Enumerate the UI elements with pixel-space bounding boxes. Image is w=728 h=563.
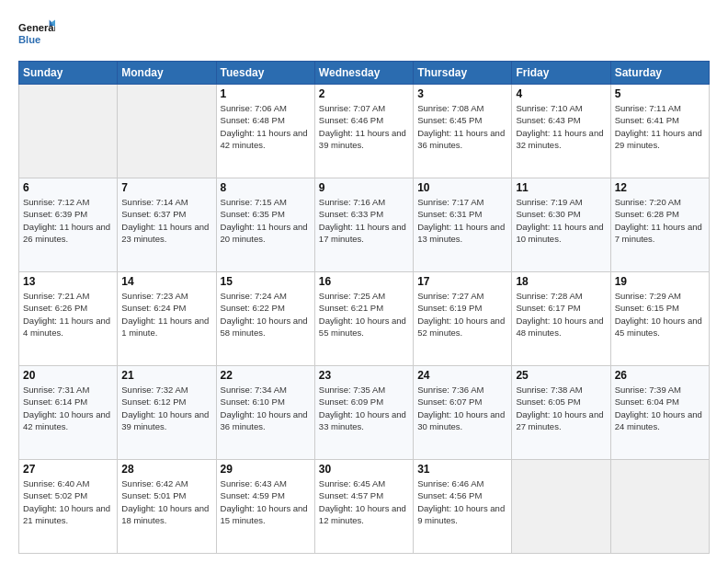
- day-info: Sunrise: 7:25 AM Sunset: 6:21 PM Dayligh…: [319, 290, 409, 339]
- calendar-cell: 23Sunrise: 7:35 AM Sunset: 6:09 PM Dayli…: [314, 366, 413, 460]
- calendar-cell: 18Sunrise: 7:28 AM Sunset: 6:17 PM Dayli…: [512, 272, 610, 366]
- day-info: Sunrise: 7:16 AM Sunset: 6:33 PM Dayligh…: [319, 196, 409, 245]
- calendar-cell: 11Sunrise: 7:19 AM Sunset: 6:30 PM Dayli…: [512, 178, 610, 272]
- day-number: 18: [516, 275, 606, 288]
- day-info: Sunrise: 7:21 AM Sunset: 6:26 PM Dayligh…: [23, 290, 113, 339]
- logo-svg: GeneralBlue: [18, 15, 55, 52]
- day-number: 17: [417, 275, 507, 288]
- calendar-week-row: 20Sunrise: 7:31 AM Sunset: 6:14 PM Dayli…: [19, 366, 710, 460]
- day-number: 10: [417, 181, 507, 194]
- day-number: 23: [319, 369, 409, 382]
- calendar-header-tuesday: Tuesday: [216, 62, 314, 85]
- day-info: Sunrise: 7:29 AM Sunset: 6:15 PM Dayligh…: [615, 290, 705, 339]
- day-info: Sunrise: 7:32 AM Sunset: 6:12 PM Dayligh…: [121, 384, 211, 432]
- day-info: Sunrise: 7:36 AM Sunset: 6:07 PM Dayligh…: [417, 384, 507, 432]
- day-number: 28: [121, 463, 211, 476]
- day-number: 13: [23, 275, 113, 288]
- day-number: 5: [615, 87, 705, 100]
- day-number: 11: [516, 181, 606, 194]
- calendar-week-row: 6Sunrise: 7:12 AM Sunset: 6:39 PM Daylig…: [19, 178, 710, 272]
- calendar-cell: 5Sunrise: 7:11 AM Sunset: 6:41 PM Daylig…: [610, 85, 709, 178]
- day-info: Sunrise: 6:45 AM Sunset: 4:57 PM Dayligh…: [319, 477, 409, 526]
- day-number: 2: [319, 87, 409, 100]
- day-number: 12: [615, 181, 705, 194]
- calendar-cell: 14Sunrise: 7:23 AM Sunset: 6:24 PM Dayli…: [118, 272, 216, 366]
- calendar-header-monday: Monday: [118, 62, 216, 85]
- day-info: Sunrise: 6:40 AM Sunset: 5:02 PM Dayligh…: [23, 477, 113, 526]
- calendar-cell: 22Sunrise: 7:34 AM Sunset: 6:10 PM Dayli…: [216, 366, 314, 460]
- calendar-cell: 15Sunrise: 7:24 AM Sunset: 6:22 PM Dayli…: [216, 272, 314, 366]
- calendar-header-row: SundayMondayTuesdayWednesdayThursdayFrid…: [19, 62, 710, 85]
- day-info: Sunrise: 7:19 AM Sunset: 6:30 PM Dayligh…: [516, 196, 606, 245]
- day-number: 24: [417, 369, 507, 382]
- day-number: 29: [221, 463, 311, 476]
- day-info: Sunrise: 7:39 AM Sunset: 6:04 PM Dayligh…: [615, 384, 705, 432]
- day-number: 16: [319, 275, 409, 288]
- calendar-cell: 19Sunrise: 7:29 AM Sunset: 6:15 PM Dayli…: [610, 272, 709, 366]
- day-info: Sunrise: 6:43 AM Sunset: 4:59 PM Dayligh…: [221, 477, 311, 526]
- day-number: 1: [221, 87, 311, 100]
- day-number: 26: [615, 369, 705, 382]
- calendar-cell: 3Sunrise: 7:08 AM Sunset: 6:45 PM Daylig…: [414, 85, 512, 178]
- calendar-header-saturday: Saturday: [610, 62, 709, 85]
- day-number: 6: [23, 181, 113, 194]
- day-info: Sunrise: 7:06 AM Sunset: 6:48 PM Dayligh…: [221, 102, 311, 151]
- day-info: Sunrise: 7:17 AM Sunset: 6:31 PM Dayligh…: [417, 196, 507, 245]
- calendar-cell: 12Sunrise: 7:20 AM Sunset: 6:28 PM Dayli…: [610, 178, 709, 272]
- day-info: Sunrise: 7:08 AM Sunset: 6:45 PM Dayligh…: [417, 102, 507, 151]
- calendar-cell: 27Sunrise: 6:40 AM Sunset: 5:02 PM Dayli…: [19, 460, 118, 554]
- calendar-week-row: 27Sunrise: 6:40 AM Sunset: 5:02 PM Dayli…: [19, 460, 710, 554]
- day-info: Sunrise: 7:14 AM Sunset: 6:37 PM Dayligh…: [121, 196, 211, 245]
- calendar-cell: 17Sunrise: 7:27 AM Sunset: 6:19 PM Dayli…: [414, 272, 512, 366]
- day-number: 3: [417, 87, 507, 100]
- day-number: 25: [516, 369, 606, 382]
- day-info: Sunrise: 6:46 AM Sunset: 4:56 PM Dayligh…: [417, 477, 507, 526]
- calendar-header-sunday: Sunday: [19, 62, 118, 85]
- calendar-week-row: 13Sunrise: 7:21 AM Sunset: 6:26 PM Dayli…: [19, 272, 710, 366]
- calendar-cell: 20Sunrise: 7:31 AM Sunset: 6:14 PM Dayli…: [19, 366, 118, 460]
- day-info: Sunrise: 7:11 AM Sunset: 6:41 PM Dayligh…: [615, 102, 705, 151]
- day-number: 21: [121, 369, 211, 382]
- day-info: Sunrise: 7:20 AM Sunset: 6:28 PM Dayligh…: [615, 196, 705, 245]
- day-info: Sunrise: 7:31 AM Sunset: 6:14 PM Dayligh…: [23, 384, 113, 432]
- calendar-cell: [19, 85, 118, 178]
- calendar-cell: 29Sunrise: 6:43 AM Sunset: 4:59 PM Dayli…: [216, 460, 314, 554]
- day-info: Sunrise: 7:38 AM Sunset: 6:05 PM Dayligh…: [516, 384, 606, 432]
- day-number: 20: [23, 369, 113, 382]
- day-number: 9: [319, 181, 409, 194]
- calendar-cell: 21Sunrise: 7:32 AM Sunset: 6:12 PM Dayli…: [118, 366, 216, 460]
- day-info: Sunrise: 7:07 AM Sunset: 6:46 PM Dayligh…: [319, 102, 409, 151]
- day-number: 15: [221, 275, 311, 288]
- day-number: 7: [121, 181, 211, 194]
- day-number: 8: [221, 181, 311, 194]
- calendar-header-wednesday: Wednesday: [314, 62, 413, 85]
- day-info: Sunrise: 7:27 AM Sunset: 6:19 PM Dayligh…: [417, 290, 507, 339]
- calendar-cell: 25Sunrise: 7:38 AM Sunset: 6:05 PM Dayli…: [512, 366, 610, 460]
- calendar-cell: [512, 460, 610, 554]
- calendar-cell: 2Sunrise: 7:07 AM Sunset: 6:46 PM Daylig…: [314, 85, 413, 178]
- day-info: Sunrise: 7:35 AM Sunset: 6:09 PM Dayligh…: [319, 384, 409, 432]
- calendar-week-row: 1Sunrise: 7:06 AM Sunset: 6:48 PM Daylig…: [19, 85, 710, 178]
- day-number: 30: [319, 463, 409, 476]
- day-number: 31: [417, 463, 507, 476]
- header: GeneralBlue: [18, 15, 710, 52]
- calendar-cell: 7Sunrise: 7:14 AM Sunset: 6:37 PM Daylig…: [118, 178, 216, 272]
- day-number: 4: [516, 87, 606, 100]
- calendar-cell: [610, 460, 709, 554]
- calendar-cell: 31Sunrise: 6:46 AM Sunset: 4:56 PM Dayli…: [414, 460, 512, 554]
- calendar-cell: 28Sunrise: 6:42 AM Sunset: 5:01 PM Dayli…: [118, 460, 216, 554]
- day-info: Sunrise: 7:10 AM Sunset: 6:43 PM Dayligh…: [516, 102, 606, 151]
- calendar-cell: 10Sunrise: 7:17 AM Sunset: 6:31 PM Dayli…: [414, 178, 512, 272]
- calendar-header-thursday: Thursday: [414, 62, 512, 85]
- calendar-header-friday: Friday: [512, 62, 610, 85]
- day-info: Sunrise: 7:12 AM Sunset: 6:39 PM Dayligh…: [23, 196, 113, 245]
- day-info: Sunrise: 7:28 AM Sunset: 6:17 PM Dayligh…: [516, 290, 606, 339]
- day-number: 27: [23, 463, 113, 476]
- calendar-table: SundayMondayTuesdayWednesdayThursdayFrid…: [18, 61, 710, 554]
- day-number: 19: [615, 275, 705, 288]
- calendar-cell: 26Sunrise: 7:39 AM Sunset: 6:04 PM Dayli…: [610, 366, 709, 460]
- svg-text:Blue: Blue: [18, 34, 40, 45]
- calendar-cell: 30Sunrise: 6:45 AM Sunset: 4:57 PM Dayli…: [314, 460, 413, 554]
- day-info: Sunrise: 6:42 AM Sunset: 5:01 PM Dayligh…: [121, 477, 211, 526]
- day-info: Sunrise: 7:23 AM Sunset: 6:24 PM Dayligh…: [121, 290, 211, 339]
